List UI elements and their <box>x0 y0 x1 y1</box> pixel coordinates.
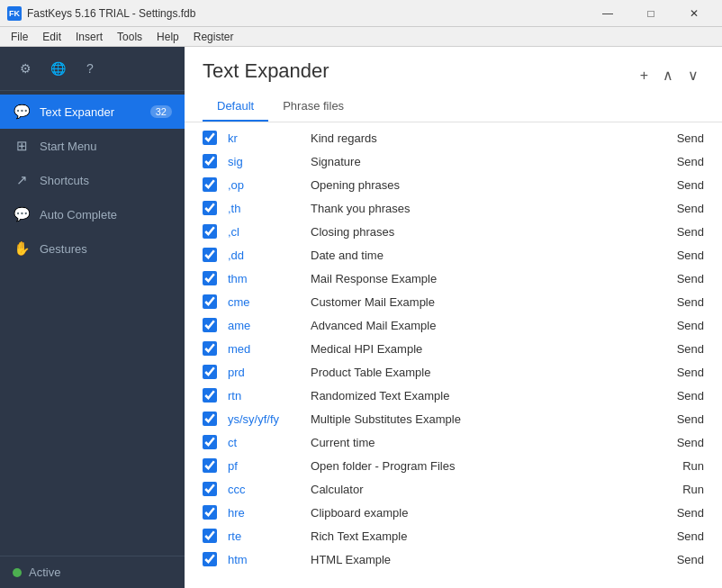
header-left: Text Expander Default Phrase files <box>203 59 358 122</box>
menu-edit[interactable]: Edit <box>35 29 68 45</box>
row-description-8: Advanced Mail Example <box>311 319 657 332</box>
row-action-8: Send <box>668 319 704 332</box>
start-menu-icon: ⊞ <box>13 138 31 154</box>
row-checkbox-15[interactable] <box>203 482 217 496</box>
move-up-button[interactable]: ∧ <box>657 63 679 87</box>
menu-register[interactable]: Register <box>186 29 241 45</box>
row-shortcut-7: cme <box>228 295 300 309</box>
row-description-7: Customer Mail Example <box>311 295 657 309</box>
maximize-button[interactable]: □ <box>630 0 672 27</box>
sidebar-item-shortcuts[interactable]: ↗ Shortcuts <box>0 163 185 197</box>
text-expander-icon: 💬 <box>13 104 31 120</box>
sidebar-item-start-menu[interactable]: ⊞ Start Menu <box>0 129 185 163</box>
menu-bar: File Edit Insert Tools Help Register <box>0 27 722 47</box>
row-shortcut-12: ys/sy/yf/fy <box>228 412 300 426</box>
main-layout: ⚙ 🌐 ? 💬 Text Expander 32 ⊞ Start Menu ↗ … <box>0 47 722 588</box>
row-checkbox-17[interactable] <box>203 529 217 543</box>
row-action-10: Send <box>668 366 704 379</box>
row-checkbox-5[interactable] <box>203 248 217 262</box>
table-row: rte Rich Text Example Send <box>185 524 722 547</box>
table-row: ccc Calculator Run <box>185 477 722 501</box>
row-checkbox-2[interactable] <box>203 177 217 192</box>
table-row: med Medical HPI Example Send <box>185 337 722 360</box>
sidebar-item-text-expander[interactable]: 💬 Text Expander 32 <box>0 95 185 129</box>
row-checkbox-3[interactable] <box>203 201 217 215</box>
tab-default[interactable]: Default <box>203 92 268 122</box>
row-checkbox-18[interactable] <box>203 552 217 566</box>
globe-icon-btn[interactable]: 🌐 <box>45 56 70 81</box>
row-action-1: Send <box>668 155 704 168</box>
gestures-icon: ✋ <box>13 240 31 257</box>
window-controls: — □ ✕ <box>587 0 715 27</box>
row-shortcut-6: thm <box>228 272 300 285</box>
row-checkbox-0[interactable] <box>203 131 217 145</box>
row-checkbox-14[interactable] <box>203 458 217 473</box>
row-shortcut-16: hre <box>228 506 300 520</box>
row-checkbox-10[interactable] <box>203 365 217 379</box>
close-button[interactable]: ✕ <box>673 0 715 27</box>
help-icon-btn[interactable]: ? <box>77 56 103 81</box>
text-expander-label: Text Expander <box>40 105 141 119</box>
gestures-label: Gestures <box>40 242 172 256</box>
row-checkbox-4[interactable] <box>203 224 217 239</box>
row-shortcut-2: ,op <box>228 178 300 192</box>
minimize-button[interactable]: — <box>587 0 628 27</box>
menu-insert[interactable]: Insert <box>68 29 110 45</box>
sidebar-footer: Active <box>0 556 185 588</box>
row-shortcut-0: kr <box>228 131 300 145</box>
page-title: Text Expander <box>203 59 358 83</box>
row-checkbox-7[interactable] <box>203 294 217 309</box>
table-row: ,dd Date and time Send <box>185 243 722 267</box>
row-shortcut-11: rtn <box>228 389 300 403</box>
sidebar-item-auto-complete[interactable]: 💬 Auto Complete <box>0 197 185 231</box>
row-action-12: Send <box>668 412 704 426</box>
row-checkbox-11[interactable] <box>203 388 217 403</box>
settings-icon-btn[interactable]: ⚙ <box>13 56 38 81</box>
sidebar-item-gestures[interactable]: ✋ Gestures <box>0 231 185 266</box>
row-shortcut-1: sig <box>228 155 300 168</box>
row-checkbox-1[interactable] <box>203 154 217 168</box>
row-action-3: Send <box>668 202 704 215</box>
row-description-11: Randomized Text Example <box>311 389 657 403</box>
row-action-0: Send <box>668 131 704 145</box>
row-description-16: Clipboard example <box>311 506 657 520</box>
add-button[interactable]: + <box>635 64 654 87</box>
table-row: ,cl Closing phrases Send <box>185 220 722 243</box>
title-bar: FK FastKeys 5.16 TRIAL - Settings.fdb — … <box>0 0 722 27</box>
shortcuts-icon: ↗ <box>13 172 31 188</box>
row-shortcut-9: med <box>228 342 300 356</box>
table-row: kr Kind regards Send <box>185 126 722 149</box>
menu-tools[interactable]: Tools <box>110 29 149 45</box>
row-action-7: Send <box>668 295 704 309</box>
row-shortcut-15: ccc <box>228 483 300 496</box>
row-checkbox-12[interactable] <box>203 412 217 426</box>
table-row: ,op Opening phrases Send <box>185 173 722 196</box>
sidebar-nav: 💬 Text Expander 32 ⊞ Start Menu ↗ Shortc… <box>0 91 185 556</box>
content-header: Text Expander Default Phrase files + ∧ ∨ <box>185 47 722 122</box>
menu-file[interactable]: File <box>4 29 35 45</box>
row-checkbox-13[interactable] <box>203 435 217 449</box>
content-area: Text Expander Default Phrase files + ∧ ∨… <box>185 47 722 588</box>
row-checkbox-6[interactable] <box>203 271 217 285</box>
row-description-18: HTML Example <box>311 553 657 566</box>
row-description-9: Medical HPI Example <box>311 342 657 356</box>
row-checkbox-16[interactable] <box>203 505 217 520</box>
table-row: htm HTML Example Send <box>185 547 722 571</box>
table-row: rtn Randomized Text Example Send <box>185 384 722 407</box>
tab-phrase-files[interactable]: Phrase files <box>268 92 358 122</box>
row-description-13: Current time <box>311 436 657 449</box>
sidebar-icon-row: ⚙ 🌐 ? <box>0 47 185 91</box>
row-description-14: Open folder - Program Files <box>311 459 657 473</box>
row-shortcut-17: rte <box>228 529 300 543</box>
window-title: FastKeys 5.16 TRIAL - Settings.fdb <box>27 7 195 20</box>
row-action-13: Send <box>668 436 704 449</box>
row-description-12: Multiple Substitutes Example <box>311 412 657 426</box>
row-description-6: Mail Response Example <box>311 272 657 285</box>
menu-help[interactable]: Help <box>149 29 186 45</box>
row-shortcut-13: ct <box>228 436 300 449</box>
row-checkbox-9[interactable] <box>203 341 217 356</box>
table-row: cme Customer Mail Example Send <box>185 290 722 313</box>
move-down-button[interactable]: ∨ <box>682 63 704 87</box>
row-checkbox-8[interactable] <box>203 318 217 332</box>
active-status-label: Active <box>29 565 60 579</box>
